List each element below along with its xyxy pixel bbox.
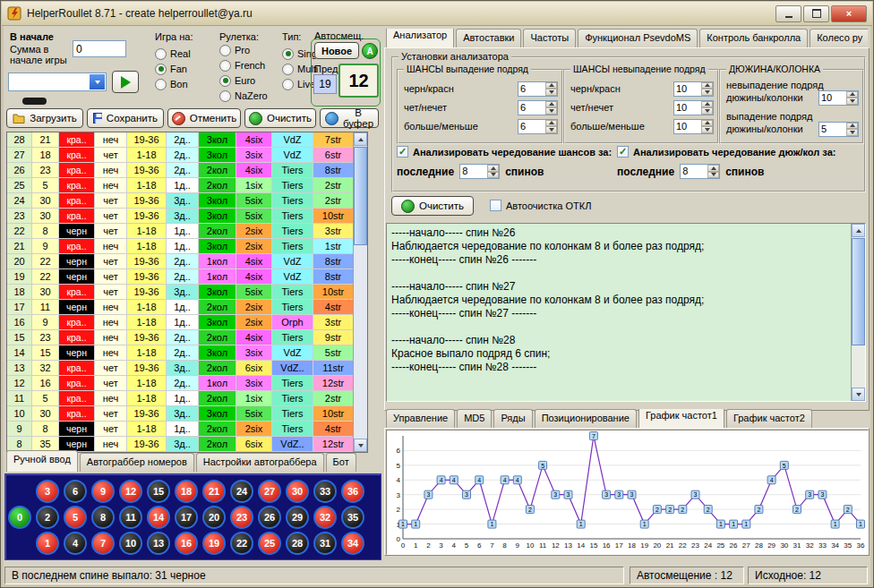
table-row[interactable]: 2623кра..неч19-362д..2кол4sixTiers8str xyxy=(7,163,367,178)
radio-NaZero[interactable]: NaZero xyxy=(219,89,268,102)
maximize-button[interactable] xyxy=(803,5,829,22)
tab-Позиционирование[interactable]: Позиционирование xyxy=(535,409,637,428)
number-7-button[interactable]: 7 xyxy=(91,532,115,555)
number-31-button[interactable]: 31 xyxy=(313,532,337,555)
number-1-button[interactable]: 1 xyxy=(36,532,59,555)
number-17-button[interactable]: 17 xyxy=(175,506,198,529)
number-6-button[interactable]: 6 xyxy=(64,480,87,503)
combo-dropdown-icon[interactable] xyxy=(90,74,105,89)
number-35-button[interactable]: 35 xyxy=(341,506,364,529)
radio-Fan[interactable]: Fan xyxy=(155,63,191,75)
new-button[interactable]: Новое xyxy=(314,42,359,59)
table-row[interactable]: 1922чернчет19-362д..1кол4sixVdZ8str xyxy=(7,269,367,285)
number-34-button[interactable]: 34 xyxy=(341,532,364,555)
spinner-up-icon[interactable] xyxy=(487,165,499,172)
spinner-down-icon[interactable] xyxy=(707,172,719,179)
tab-Функционал PsevdoMS[interactable]: Функционал PsevdoMS xyxy=(578,29,698,47)
scroll-down-icon[interactable] xyxy=(354,439,367,452)
spinner-down-icon[interactable] xyxy=(487,172,499,179)
log-scroll-up-icon[interactable] xyxy=(852,224,865,237)
checkbox-icon[interactable]: ✓ xyxy=(397,146,408,158)
number-8-button[interactable]: 8 xyxy=(91,506,115,529)
number-10-button[interactable]: 10 xyxy=(119,532,142,555)
autoclear-checkbox[interactable]: Автоочистка ОТКЛ xyxy=(490,200,591,211)
alternation-check-row[interactable]: ✓Анализировать чередование дюж/кол за: xyxy=(617,146,861,158)
table-row[interactable]: 1830кра..чет19-363д..3кол5sixTiers10str xyxy=(7,285,367,300)
history-combobox[interactable] xyxy=(8,72,107,91)
autoshift-badge-icon[interactable]: A xyxy=(362,43,378,59)
number-2-button[interactable]: 2 xyxy=(36,506,59,529)
number-23-button[interactable]: 23 xyxy=(230,506,253,529)
undo-button[interactable]: Отменить xyxy=(167,108,241,128)
to-buffer-button[interactable]: В буфер xyxy=(320,108,379,128)
number-15-button[interactable]: 15 xyxy=(147,480,170,503)
table-row[interactable]: 1332кра..чет19-363д..2кол6sixVdZ..11str xyxy=(7,361,367,376)
tab-Контроль банкролла[interactable]: Контроль банкролла xyxy=(699,29,808,47)
number-29-button[interactable]: 29 xyxy=(286,506,309,529)
table-row[interactable]: 255кра..неч1-181д..2кол1sixTiers2str xyxy=(7,178,367,193)
table-row[interactable]: 1216кра..чет1-182д..1кол3sixTiers12str xyxy=(7,376,367,391)
table-row[interactable]: 219кра..неч1-181д..3кол2sixTiers1str xyxy=(7,239,367,254)
scroll-up-icon[interactable] xyxy=(354,132,367,146)
number-22-button[interactable]: 22 xyxy=(230,532,253,555)
number-5-button[interactable]: 5 xyxy=(64,506,87,529)
scrollbar-thumb[interactable] xyxy=(354,147,367,245)
table-row[interactable]: 228чернчет1-181д..2кол2sixTiers3str xyxy=(7,224,367,239)
table-row[interactable]: 169кра..неч1-181д..3кол2sixOrph3str xyxy=(7,315,367,330)
number-16-button[interactable]: 16 xyxy=(175,532,198,555)
table-row[interactable]: 1523кра..неч19-362д..2кол4sixTiers9str xyxy=(7,330,367,345)
log-scrollbar[interactable] xyxy=(851,224,865,401)
titlebar[interactable]: HelperRoullet 8.71 - create helperroulle… xyxy=(2,2,872,26)
minimize-button[interactable] xyxy=(775,5,801,22)
start-sum-input[interactable] xyxy=(73,40,126,57)
log-scrollbar-thumb[interactable] xyxy=(852,238,865,345)
table-row[interactable]: 115кра..неч1-181д..2кол1sixTiers2str xyxy=(7,391,367,406)
tab-Настройки автограббера[interactable]: Настройки автограббера xyxy=(196,453,324,472)
number-3-button[interactable]: 3 xyxy=(36,480,59,503)
number-30-button[interactable]: 30 xyxy=(286,480,309,503)
number-27-button[interactable]: 27 xyxy=(258,480,281,503)
analysis-log[interactable]: -----начало----- спин №26Наблюдается чер… xyxy=(386,223,866,402)
table-row[interactable]: 1030кра..чет19-363д..3кол5sixTiers10str xyxy=(7,406,367,422)
table-row[interactable]: 1415черннеч1-182д..3кол3sixVdZ5str xyxy=(7,345,367,361)
close-button[interactable]: × xyxy=(831,5,867,22)
radio-Bon[interactable]: Bon xyxy=(155,78,191,90)
drag-handle[interactable] xyxy=(22,98,47,105)
checkbox-icon[interactable]: ✓ xyxy=(617,146,629,158)
table-row[interactable]: 2022чернчет19-362д..1кол4sixVdZ8str xyxy=(7,254,367,269)
number-25-button[interactable]: 25 xyxy=(258,532,281,555)
clear-button[interactable]: Очистить xyxy=(244,108,316,128)
tab-MD5[interactable]: MD5 xyxy=(457,409,492,428)
tab-Управление[interactable]: Управление xyxy=(386,409,455,428)
radio-Pro[interactable]: Pro xyxy=(219,44,268,56)
table-row[interactable]: 2430кра..чет19-363д..3кол5sixTiers2str xyxy=(7,193,367,209)
table-row[interactable]: 2821кра..неч19-362д..3кол4sixVdZ7str xyxy=(7,132,367,148)
spinner[interactable]: 8 xyxy=(459,164,500,179)
number-11-button[interactable]: 11 xyxy=(119,506,142,529)
log-scroll-down-icon[interactable] xyxy=(852,388,865,401)
number-28-button[interactable]: 28 xyxy=(286,532,309,555)
analyzer-clear-button[interactable]: Очистить xyxy=(391,196,474,216)
spinner-up-icon[interactable] xyxy=(707,165,719,172)
table-row[interactable]: 2330кра..чет19-363д..3кол5sixTiers10str xyxy=(7,209,367,224)
tab-Анализатор[interactable]: Анализатор xyxy=(386,29,454,47)
tab-Бот[interactable]: Бот xyxy=(326,453,356,472)
number-4-button[interactable]: 4 xyxy=(64,532,87,555)
spinner[interactable]: 8 xyxy=(680,164,720,179)
number-33-button[interactable]: 33 xyxy=(313,480,337,503)
tab-Автоставки[interactable]: Автоставки xyxy=(456,29,521,47)
number-36-button[interactable]: 36 xyxy=(341,480,364,503)
table-row[interactable]: 98чернчет1-181д..2кол2sixTiers4str xyxy=(7,422,367,437)
alternation-check-row[interactable]: ✓Анализировать чередование шансов за: xyxy=(397,146,613,158)
save-button[interactable]: Сохранить xyxy=(87,108,164,128)
tab-Колесо ру[interactable]: Колесо ру xyxy=(810,29,868,47)
number-24-button[interactable]: 24 xyxy=(230,480,253,503)
number-32-button[interactable]: 32 xyxy=(313,506,337,529)
number-18-button[interactable]: 18 xyxy=(175,480,198,503)
tab-Автограббер номеров[interactable]: Автограббер номеров xyxy=(80,453,194,472)
number-0-button[interactable]: 0 xyxy=(8,506,31,529)
number-21-button[interactable]: 21 xyxy=(202,480,226,503)
tab-Частоты[interactable]: Частоты xyxy=(523,29,576,47)
table-row[interactable]: 1711черннеч1-181д..2кол2sixTiers4str xyxy=(7,300,367,315)
number-12-button[interactable]: 12 xyxy=(119,480,142,503)
